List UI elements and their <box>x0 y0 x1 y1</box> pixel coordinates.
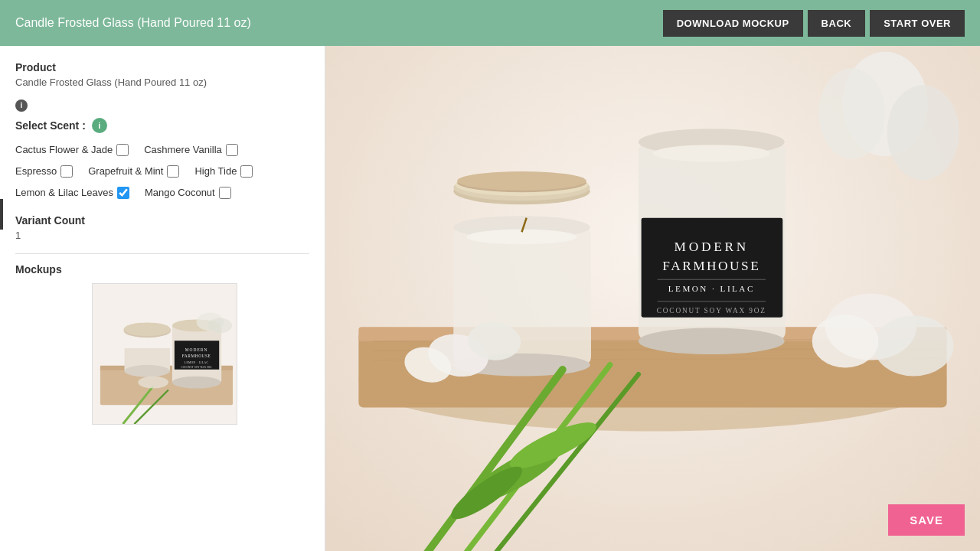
main-mockup-svg: MODERN FARMHOUSE LEMON · LILAC COCONUT S… <box>325 46 980 551</box>
main-layout: Product Candle Frosted Glass (Hand Poure… <box>0 46 980 551</box>
cashmere-checkbox[interactable] <box>226 144 238 156</box>
svg-point-37 <box>457 171 586 191</box>
lemon-label: Lemon & Lilac Leaves <box>15 187 113 198</box>
variant-label: Variant Count <box>15 214 309 227</box>
scent-grid: Cactus Flower & Jade Cashmere Vanilla Es… <box>15 144 309 199</box>
select-scent-row: Select Scent : i <box>15 118 309 133</box>
scent-item-grapefruit[interactable]: Grapefruit & Mint <box>88 165 179 178</box>
espresso-checkbox[interactable] <box>60 165 73 178</box>
scent-item-lemon[interactable]: Lemon & Lilac Leaves <box>15 187 129 199</box>
lemon-checkbox[interactable] <box>117 187 129 199</box>
svg-text:MODERN: MODERN <box>675 240 749 254</box>
scent-item-cactus[interactable]: Cactus Flower & Jade <box>15 144 129 156</box>
svg-point-62 <box>874 315 953 376</box>
select-scent-label: Select Scent : <box>15 119 86 132</box>
svg-point-5 <box>125 364 170 377</box>
product-name: Candle Frosted Glass (Hand Poured 11 oz) <box>15 77 309 88</box>
espresso-label: Espresso <box>15 165 57 177</box>
header-title: Candle Frosted Glass (Hand Poured 11 oz) <box>15 16 251 30</box>
scent-item-mango[interactable]: Mango Coconut <box>145 187 231 199</box>
mockup-thumbnail[interactable]: MODERN FARMHOUSE LEMON · LILAC COCONUT S… <box>92 283 237 425</box>
grapefruit-checkbox[interactable] <box>167 165 179 178</box>
mango-label: Mango Coconut <box>145 187 215 198</box>
mockups-section: Mockups <box>15 253 309 425</box>
hightide-checkbox[interactable] <box>240 165 253 178</box>
svg-text:LEMON · LILAC: LEMON · LILAC <box>185 360 209 364</box>
svg-point-50 <box>887 85 959 180</box>
start-over-button[interactable]: START OVER <box>870 10 965 37</box>
svg-text:FARMHOUSE: FARMHOUSE <box>662 259 760 273</box>
left-panel: Product Candle Frosted Glass (Hand Poure… <box>0 46 325 551</box>
scent-row-2: Espresso Grapefruit & Mint High Tide <box>15 165 309 178</box>
mockup-thumb-svg: MODERN FARMHOUSE LEMON · LILAC COCONUT S… <box>93 283 237 425</box>
header-buttons: DOWNLOAD MOCKUP BACK START OVER <box>663 10 965 37</box>
variant-section: Variant Count 1 <box>15 214 309 241</box>
svg-point-63 <box>812 315 879 367</box>
svg-text:COCONUT SOY WAX 9OZ: COCONUT SOY WAX 9OZ <box>181 365 212 368</box>
mango-checkbox[interactable] <box>219 187 231 199</box>
back-button[interactable]: BACK <box>808 10 866 37</box>
hightide-label: High Tide <box>194 165 237 177</box>
info-icon[interactable]: i <box>15 99 28 112</box>
scent-item-espresso[interactable]: Espresso <box>15 165 73 178</box>
svg-text:MODERN: MODERN <box>185 347 208 352</box>
variant-count: 1 <box>15 230 309 241</box>
cactus-checkbox[interactable] <box>116 144 129 156</box>
grapefruit-label: Grapefruit & Mint <box>88 165 163 177</box>
svg-text:FARMHOUSE: FARMHOUSE <box>182 353 211 357</box>
svg-point-41 <box>653 145 771 161</box>
svg-point-17 <box>207 318 232 333</box>
scent-row-3: Lemon & Lilac Leaves Mango Coconut <box>15 187 309 199</box>
svg-point-7 <box>124 322 171 336</box>
download-mockup-button[interactable]: DOWNLOAD MOCKUP <box>663 10 803 37</box>
mockups-label: Mockups <box>15 253 309 276</box>
right-panel: MODERN FARMHOUSE LEMON · LILAC COCONUT S… <box>325 46 980 551</box>
svg-point-10 <box>172 376 220 388</box>
svg-text:COCONUT SOY WAX 9OZ: COCONUT SOY WAX 9OZ <box>657 307 766 315</box>
product-label: Product <box>15 61 309 73</box>
svg-text:LEMON · LILAC: LEMON · LILAC <box>668 284 755 293</box>
scent-info-icon[interactable]: i <box>92 118 107 133</box>
header: Candle Frosted Glass (Hand Poured 11 oz)… <box>0 0 980 46</box>
scent-item-cashmere[interactable]: Cashmere Vanilla <box>144 144 238 156</box>
left-edge-accent <box>0 199 3 230</box>
scent-item-hightide[interactable]: High Tide <box>194 165 253 178</box>
save-button[interactable]: SAVE <box>888 504 965 536</box>
scent-row-1: Cactus Flower & Jade Cashmere Vanilla <box>15 144 309 156</box>
cashmere-label: Cashmere Vanilla <box>144 144 222 155</box>
svg-point-20 <box>138 376 168 388</box>
svg-point-40 <box>639 328 785 354</box>
svg-point-51 <box>818 68 885 159</box>
cactus-label: Cactus Flower & Jade <box>15 144 113 155</box>
